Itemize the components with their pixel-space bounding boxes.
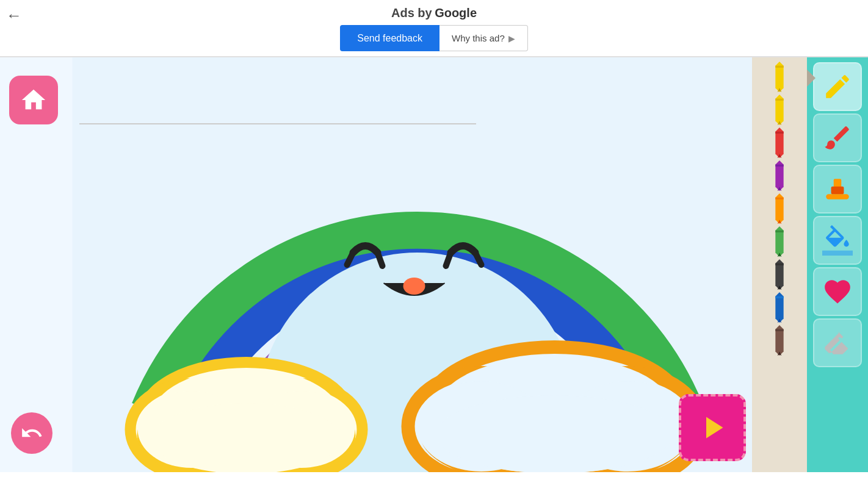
purple-pencil-item[interactable] (758, 160, 801, 192)
black-pencil-item[interactable] (758, 259, 801, 290)
adchoices-icon: ▶ (508, 34, 515, 43)
home-icon (20, 86, 48, 114)
svg-rect-27 (775, 132, 783, 134)
pencil-tool-icon (822, 71, 853, 102)
ad-bar: Ads by Google Send feedback Why this ad?… (0, 0, 868, 57)
paint-tool-button[interactable] (813, 165, 862, 214)
red-pencil-item[interactable] (758, 127, 801, 159)
svg-rect-46 (826, 194, 849, 199)
tool-panel (807, 57, 868, 472)
next-button[interactable] (679, 394, 746, 461)
pencil-tool-button[interactable] (813, 62, 862, 111)
why-this-ad-button[interactable]: Why this ad? ▶ (439, 25, 528, 51)
fill-tool-icon (822, 225, 853, 256)
eraser-tool-icon (822, 328, 853, 358)
svg-point-10 (152, 403, 341, 472)
undo-icon (20, 422, 43, 445)
why-ad-text: Why this ad? (452, 33, 505, 43)
svg-rect-48 (831, 187, 844, 195)
heart-tool-button[interactable] (813, 267, 862, 316)
undo-button[interactable] (11, 412, 52, 454)
svg-point-2 (403, 278, 425, 295)
svg-rect-36 (775, 231, 783, 232)
svg-rect-39 (775, 264, 783, 265)
eraser-tool-button[interactable] (813, 318, 862, 367)
svg-rect-21 (775, 66, 783, 68)
pencil-palette (752, 57, 807, 472)
blue-pencil-item[interactable] (758, 292, 801, 323)
crayon-tool-button[interactable] (813, 113, 862, 162)
send-feedback-button[interactable]: Send feedback (340, 25, 439, 51)
fill-tool-button[interactable] (813, 216, 862, 265)
svg-rect-33 (775, 198, 783, 199)
yellow-pencil-item[interactable] (758, 61, 801, 93)
paint-tool-icon (822, 174, 853, 204)
green-pencil-item[interactable] (758, 226, 801, 257)
orange-pencil-item[interactable] (758, 193, 801, 224)
back-button[interactable]: ← (6, 6, 22, 25)
ads-by-google-label: Ads by Google (0, 6, 868, 20)
guide-line (79, 123, 476, 124)
svg-rect-30 (775, 165, 783, 167)
heart-tool-icon (822, 276, 853, 307)
crayon-tool-icon (822, 123, 853, 153)
yellow2-pencil-item[interactable] (758, 94, 801, 126)
brown-pencil-item[interactable] (758, 325, 801, 356)
ads-by-text: Ads by (391, 6, 432, 20)
svg-rect-24 (775, 99, 783, 101)
next-arrow-icon (694, 409, 731, 446)
canvas-area[interactable] (0, 57, 868, 472)
main-content (0, 57, 868, 472)
svg-rect-42 (775, 296, 783, 298)
google-text: Google (435, 6, 477, 20)
right-panel (752, 57, 868, 472)
home-button[interactable] (9, 76, 58, 124)
svg-rect-45 (775, 329, 783, 331)
svg-point-18 (436, 395, 673, 472)
